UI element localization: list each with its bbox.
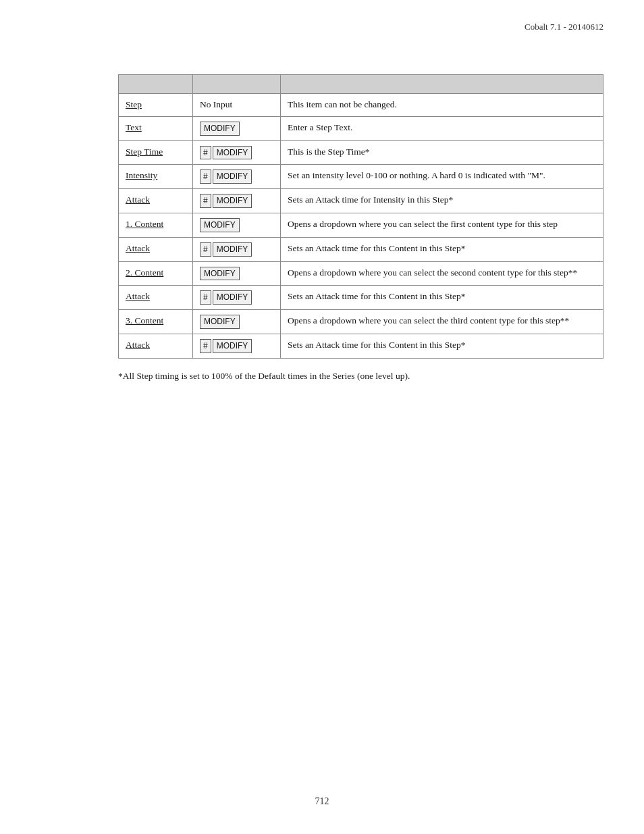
- label-link: Step: [126, 99, 142, 109]
- row-description: Opens a dropdown where you can select th…: [281, 310, 603, 334]
- table-row: Attack#MODIFYSets an Attack time for thi…: [119, 237, 603, 261]
- col-header-2: [193, 75, 281, 94]
- header-title: Cobalt 7.1 - 20140612: [525, 22, 603, 32]
- row-control: MODIFY: [193, 213, 281, 238]
- row-description: Sets an Attack time for Intensity in thi…: [281, 189, 603, 213]
- row-control: MODIFY: [193, 261, 281, 286]
- modify-button[interactable]: MODIFY: [213, 242, 252, 257]
- hash-box: #: [200, 339, 211, 353]
- table-row: 2. ContentMODIFYOpens a dropdown where y…: [119, 261, 603, 286]
- label-link: 2. Content: [126, 267, 163, 278]
- row-description: This item can not be changed.: [281, 94, 603, 117]
- hash-box: #: [200, 194, 211, 208]
- row-description: Sets an Attack time for this Content in …: [281, 237, 603, 261]
- hash-box: #: [200, 146, 211, 160]
- label-link: Step Time: [126, 147, 163, 157]
- label-link: Attack: [126, 194, 150, 205]
- row-control: #MODIFY: [193, 237, 281, 261]
- hash-box: #: [200, 290, 211, 305]
- table-row: Attack#MODIFYSets an Attack time for Int…: [119, 189, 603, 213]
- row-label: Intensity: [119, 165, 193, 189]
- page-header: Cobalt 7.1 - 20140612: [525, 22, 603, 32]
- label-link: Attack: [126, 243, 150, 253]
- row-label: Step Time: [119, 140, 193, 165]
- row-label: 3. Content: [119, 310, 193, 334]
- table-row: Intensity#MODIFYSet an intensity level 0…: [119, 165, 603, 189]
- modify-button[interactable]: MODIFY: [200, 218, 240, 232]
- row-label: Step: [119, 94, 193, 117]
- row-control: #MODIFY: [193, 286, 281, 310]
- modify-button[interactable]: MODIFY: [200, 122, 240, 136]
- row-description: Sets an Attack time for this Content in …: [281, 334, 603, 359]
- footnote: *All Step timing is set to 100% of the D…: [118, 371, 603, 382]
- main-content: StepNo InputThis item can not be changed…: [118, 74, 603, 382]
- modify-button[interactable]: MODIFY: [200, 267, 240, 281]
- modify-button[interactable]: MODIFY: [213, 339, 252, 353]
- modify-button[interactable]: MODIFY: [213, 194, 252, 208]
- row-label: 2. Content: [119, 261, 193, 286]
- row-description: This is the Step Time*: [281, 140, 603, 165]
- modify-button[interactable]: MODIFY: [213, 170, 252, 184]
- table-row: Attack#MODIFYSets an Attack time for thi…: [119, 286, 603, 310]
- row-description: Set an intensity level 0-100 or nothing.…: [281, 165, 603, 189]
- label-link: Attack: [126, 291, 150, 301]
- row-control: No Input: [193, 94, 281, 117]
- col-header-1: [119, 75, 193, 94]
- row-label: Text: [119, 116, 193, 140]
- label-link: Intensity: [126, 170, 157, 180]
- row-description: Sets an Attack time for this Content in …: [281, 286, 603, 310]
- modify-button[interactable]: MODIFY: [213, 290, 252, 305]
- row-control: #MODIFY: [193, 334, 281, 359]
- row-control: MODIFY: [193, 116, 281, 140]
- row-description: Enter a Step Text.: [281, 116, 603, 140]
- row-label: 1. Content: [119, 213, 193, 238]
- modify-button[interactable]: MODIFY: [200, 315, 240, 329]
- hash-box: #: [200, 242, 211, 257]
- page-number: 712: [315, 796, 329, 806]
- col-header-3: [281, 75, 603, 94]
- page-footer: 712: [315, 796, 329, 807]
- table-row: 3. ContentMODIFYOpens a dropdown where y…: [119, 310, 603, 334]
- table-row: TextMODIFYEnter a Step Text.: [119, 116, 603, 140]
- label-link: Text: [126, 122, 142, 132]
- row-label: Attack: [119, 334, 193, 359]
- row-label: Attack: [119, 189, 193, 213]
- label-link: Attack: [126, 340, 150, 350]
- reference-table: StepNo InputThis item can not be changed…: [118, 74, 603, 359]
- row-description: Opens a dropdown where you can select th…: [281, 213, 603, 238]
- row-control: #MODIFY: [193, 165, 281, 189]
- row-control: #MODIFY: [193, 140, 281, 165]
- hash-box: #: [200, 170, 211, 184]
- row-label: Attack: [119, 286, 193, 310]
- table-row: Step Time#MODIFYThis is the Step Time*: [119, 140, 603, 165]
- modify-button[interactable]: MODIFY: [213, 146, 252, 160]
- label-link: 3. Content: [126, 315, 163, 325]
- table-row: StepNo InputThis item can not be changed…: [119, 94, 603, 117]
- row-description: Opens a dropdown where you can select th…: [281, 261, 603, 286]
- table-row: Attack#MODIFYSets an Attack time for thi…: [119, 334, 603, 359]
- table-row: 1. ContentMODIFYOpens a dropdown where y…: [119, 213, 603, 238]
- row-control: MODIFY: [193, 310, 281, 334]
- row-control: #MODIFY: [193, 189, 281, 213]
- row-label: Attack: [119, 237, 193, 261]
- label-link: 1. Content: [126, 219, 163, 229]
